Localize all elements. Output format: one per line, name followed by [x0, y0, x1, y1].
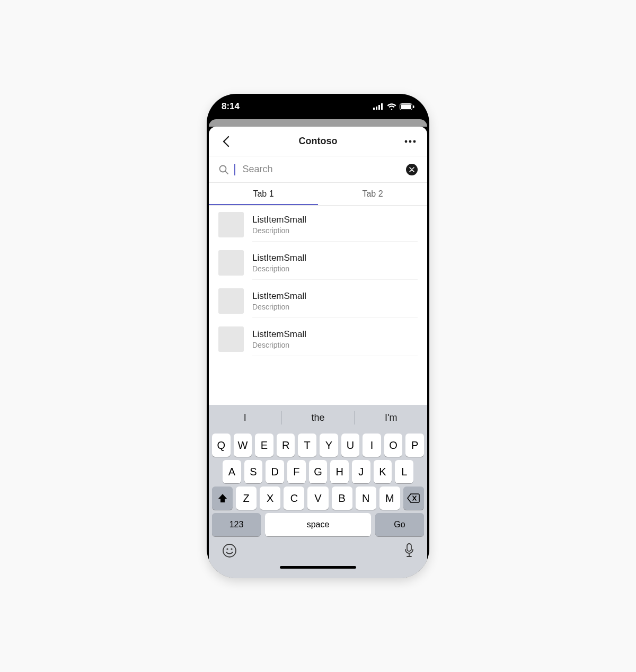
space-key[interactable]: space [265, 513, 371, 536]
key-w[interactable]: W [234, 434, 252, 457]
list-item-title: ListItemSmall [252, 215, 418, 225]
list-item-description: Description [252, 303, 418, 311]
home-indicator[interactable] [280, 566, 356, 569]
dictation-button[interactable] [404, 543, 414, 561]
list-item-title: ListItemSmall [252, 291, 418, 302]
key-row-2: A S D F G H J K L [209, 457, 427, 483]
search-input[interactable] [242, 162, 400, 177]
phone-frame: 8:14 Contoso Tab 1 Tab [207, 94, 429, 578]
svg-point-10 [220, 165, 226, 172]
chevron-left-icon [222, 136, 229, 147]
key-e[interactable]: E [255, 434, 273, 457]
key-r[interactable]: R [277, 434, 295, 457]
wifi-icon [387, 103, 396, 110]
list-item[interactable]: ListItemSmall Description [209, 320, 427, 358]
list-item-title: ListItemSmall [252, 253, 418, 263]
microphone-icon [404, 543, 414, 559]
key-t[interactable]: T [298, 434, 316, 457]
svg-point-12 [223, 544, 236, 557]
key-c[interactable]: C [284, 487, 304, 510]
svg-point-8 [409, 140, 412, 143]
ellipsis-icon [404, 140, 417, 143]
emoji-button[interactable] [222, 543, 237, 561]
list-item-text: ListItemSmall Description [252, 329, 418, 356]
key-v[interactable]: V [307, 487, 328, 510]
backspace-key[interactable] [403, 487, 424, 510]
prediction-bar: I the I'm [209, 405, 427, 430]
key-y[interactable]: Y [320, 434, 338, 457]
numbers-key[interactable]: 123 [212, 513, 261, 536]
page-title: Contoso [299, 136, 338, 147]
key-i[interactable]: I [363, 434, 381, 457]
svg-rect-3 [381, 103, 383, 110]
svg-point-14 [231, 548, 232, 550]
modal-sheet: Contoso Tab 1 Tab 2 ListItemSmall Descri… [209, 127, 427, 578]
status-time: 8:14 [222, 101, 240, 112]
results-list: ListItemSmall Description ListItemSmall … [209, 206, 427, 405]
list-item-description: Description [252, 341, 418, 349]
key-b[interactable]: B [332, 487, 352, 510]
list-item[interactable]: ListItemSmall Description [209, 206, 427, 244]
thumbnail-placeholder-icon [218, 250, 244, 276]
key-p[interactable]: P [405, 434, 424, 457]
shift-key[interactable] [212, 487, 233, 510]
key-z[interactable]: Z [236, 487, 257, 510]
key-j[interactable]: J [352, 460, 370, 483]
key-f[interactable]: F [287, 460, 306, 483]
thumbnail-placeholder-icon [218, 326, 244, 352]
keyboard-footer [209, 540, 427, 561]
prediction-1[interactable]: I [209, 412, 281, 423]
prediction-3[interactable]: I'm [355, 412, 427, 423]
back-button[interactable] [218, 134, 233, 149]
close-icon [409, 167, 414, 172]
key-s[interactable]: S [244, 460, 263, 483]
key-g[interactable]: G [309, 460, 328, 483]
key-l[interactable]: L [395, 460, 413, 483]
key-n[interactable]: N [356, 487, 376, 510]
key-m[interactable]: M [379, 487, 400, 510]
go-key[interactable]: Go [375, 513, 424, 536]
text-cursor [234, 164, 235, 175]
svg-point-13 [226, 548, 228, 550]
svg-rect-6 [413, 105, 414, 108]
list-item[interactable]: ListItemSmall Description [209, 244, 427, 282]
tab-2[interactable]: Tab 2 [318, 183, 427, 205]
thumbnail-placeholder-icon [218, 212, 244, 237]
prediction-2[interactable]: the [282, 412, 355, 423]
svg-point-7 [405, 140, 408, 143]
tab-1[interactable]: Tab 1 [209, 183, 318, 205]
list-item[interactable]: ListItemSmall Description [209, 282, 427, 320]
svg-rect-2 [378, 105, 380, 110]
search-icon [218, 164, 229, 175]
more-button[interactable] [403, 134, 418, 149]
key-k[interactable]: K [374, 460, 392, 483]
list-item-title: ListItemSmall [252, 329, 418, 340]
tab-bar: Tab 1 Tab 2 [209, 183, 427, 206]
svg-rect-0 [373, 108, 375, 110]
svg-line-11 [226, 171, 228, 174]
key-x[interactable]: X [260, 487, 280, 510]
key-u[interactable]: U [341, 434, 360, 457]
list-item-description: Description [252, 264, 418, 273]
status-bar: 8:14 [207, 94, 429, 119]
list-item-text: ListItemSmall Description [252, 215, 418, 242]
keyboard: I the I'm Q W E R T Y U I O P A S [209, 405, 427, 578]
key-row-1: Q W E R T Y U I O P [209, 430, 427, 457]
key-o[interactable]: O [384, 434, 403, 457]
key-row-3: Z X C V B N M [209, 483, 427, 510]
key-a[interactable]: A [223, 460, 241, 483]
list-item-text: ListItemSmall Description [252, 291, 418, 318]
svg-rect-1 [376, 107, 377, 110]
background-sheet-strip [209, 119, 427, 127]
nav-bar: Contoso [209, 127, 427, 156]
shift-icon [217, 493, 228, 503]
key-d[interactable]: D [266, 460, 284, 483]
key-h[interactable]: H [330, 460, 349, 483]
key-row-4: 123 space Go [209, 510, 427, 540]
key-q[interactable]: Q [212, 434, 231, 457]
emoji-icon [222, 543, 237, 559]
list-item-description: Description [252, 226, 418, 235]
svg-point-9 [413, 140, 416, 143]
backspace-icon [407, 493, 420, 503]
clear-search-button[interactable] [406, 164, 418, 175]
